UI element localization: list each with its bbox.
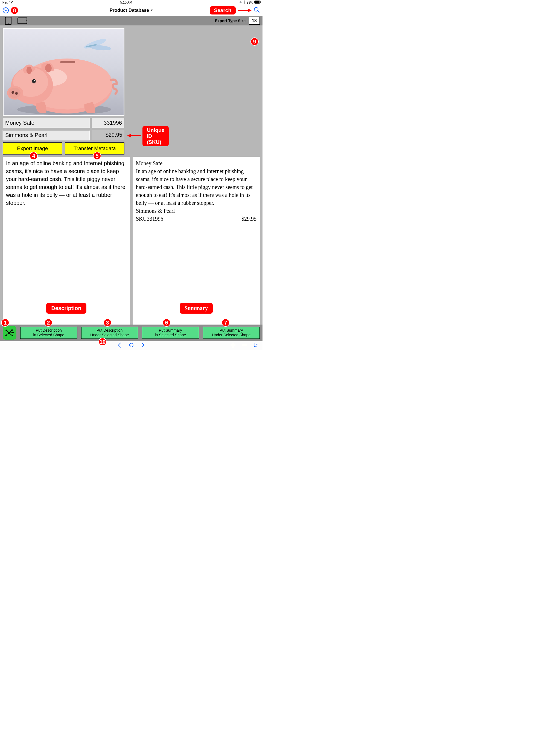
btn3-line1: Put Description	[97, 328, 123, 333]
badge-1: 1	[1, 318, 9, 327]
summary-company: Simmons & Pearl	[136, 207, 256, 215]
badge-3: 3	[103, 318, 111, 327]
footer-toolbar: az	[0, 341, 262, 350]
app-header: 8 Product Database Search	[0, 5, 262, 16]
btn3-line2: Under Selected Shape	[90, 333, 129, 338]
put-description-in-shape-button[interactable]: Put Description in Selected Shape	[20, 327, 77, 339]
page-title-dropdown[interactable]: Product Database	[110, 8, 153, 13]
arrow-right-icon	[238, 8, 252, 13]
svg-line-6	[258, 11, 259, 12]
refresh-icon[interactable]	[128, 342, 134, 349]
description-text: In an age of online banking and Internet…	[6, 159, 127, 322]
badge-9: 9	[251, 37, 259, 46]
btn6-line1: Put Summary	[159, 328, 182, 333]
svg-point-8	[8, 23, 9, 24]
clock: 5:10 AM	[120, 1, 132, 4]
svg-rect-3	[260, 1, 261, 3]
badge-10: 10	[98, 338, 107, 346]
summary-pill: Summary	[180, 303, 212, 314]
svg-point-27	[11, 91, 14, 94]
badge-4: 4	[29, 152, 38, 160]
add-record-icon[interactable]	[230, 342, 236, 349]
status-bar: iPad 5:10 AM 99%	[0, 0, 262, 5]
arrow-left-icon	[127, 133, 141, 139]
sort-icon[interactable]: az	[253, 342, 259, 349]
summary-body: In an age of online banking and Internet…	[136, 168, 256, 207]
title-caret-icon	[151, 9, 153, 11]
badge-7: 7	[222, 318, 230, 327]
svg-point-10	[26, 20, 27, 21]
app-icon[interactable]	[3, 326, 17, 340]
next-record-icon[interactable]	[141, 342, 145, 349]
battery-percent: 99%	[247, 1, 253, 4]
description-panel[interactable]: In an age of online banking and Internet…	[3, 157, 130, 325]
svg-line-38	[9, 333, 12, 335]
put-description-under-shape-button[interactable]: Put Description Under Selected Shape	[81, 327, 138, 339]
wifi-icon	[9, 1, 13, 4]
product-image[interactable]	[3, 28, 124, 115]
search-callout: Search	[210, 6, 236, 15]
battery-icon	[254, 1, 261, 4]
portrait-device-icon[interactable]	[3, 17, 14, 24]
summary-panel[interactable]: Money Safe In an age of online banking a…	[133, 157, 260, 325]
svg-rect-9	[18, 18, 27, 24]
moon-icon	[239, 1, 242, 4]
remove-record-icon[interactable]	[242, 342, 247, 349]
bluetooth-icon	[244, 1, 246, 5]
svg-point-0	[11, 3, 11, 4]
svg-point-24	[34, 80, 35, 81]
bottom-button-bar: 1 2 3 6 7 10 Put Description in Selected…	[0, 325, 262, 341]
svg-line-40	[6, 333, 9, 335]
svg-point-23	[32, 79, 36, 83]
btn2-line2: in Selected Shape	[33, 333, 64, 338]
svg-point-28	[15, 92, 18, 95]
summary-price: $29.95	[241, 215, 256, 223]
carrier-label: iPad	[2, 1, 8, 4]
badge-5: 5	[93, 152, 101, 160]
btn6-line2: in Selected Shape	[155, 333, 186, 338]
export-type-size-label: Export Type Size	[215, 19, 246, 23]
badge-6: 6	[162, 318, 171, 327]
dropdown-icon[interactable]	[3, 7, 9, 14]
orientation-toolbar: Export Type Size	[0, 16, 262, 25]
prev-record-icon[interactable]	[118, 342, 121, 349]
svg-rect-18	[60, 61, 75, 63]
product-name-field[interactable]: Money Safe	[3, 118, 90, 128]
price-field[interactable]: $29.95	[92, 130, 124, 140]
badge-8: 8	[10, 6, 19, 15]
btn2-line1: Put Description	[36, 328, 62, 333]
summary-title: Money Safe	[136, 159, 256, 168]
btn7-line1: Put Summary	[220, 328, 243, 333]
content-area: Money Safe 331996 Unique ID (SKU) Simmon…	[0, 25, 262, 325]
piggy-bank-illustration	[4, 29, 124, 115]
summary-sku: SKU331996	[136, 215, 163, 223]
svg-line-39	[6, 330, 9, 333]
company-field[interactable]: Simmons & Pearl	[3, 130, 90, 140]
description-pill: Description	[46, 303, 86, 314]
svg-point-22	[27, 67, 32, 74]
search-icon[interactable]	[254, 7, 260, 14]
svg-point-26	[9, 88, 21, 98]
btn7-line2: Under Selected Shape	[212, 333, 251, 338]
landscape-device-icon[interactable]	[17, 17, 28, 24]
svg-point-21	[45, 64, 52, 73]
sku-callout: Unique ID (SKU)	[143, 126, 169, 146]
svg-text:z: z	[256, 345, 257, 347]
export-type-size-input[interactable]	[249, 17, 260, 25]
put-summary-in-shape-button[interactable]: Put Summary in Selected Shape	[142, 327, 199, 339]
product-sku-field[interactable]: 331996	[92, 118, 124, 128]
put-summary-under-shape-button[interactable]: Put Summary Under Selected Shape	[203, 327, 260, 339]
badge-2: 2	[44, 318, 52, 327]
svg-rect-2	[255, 1, 259, 3]
network-graph-icon	[5, 328, 14, 337]
page-title: Product Database	[110, 8, 149, 13]
